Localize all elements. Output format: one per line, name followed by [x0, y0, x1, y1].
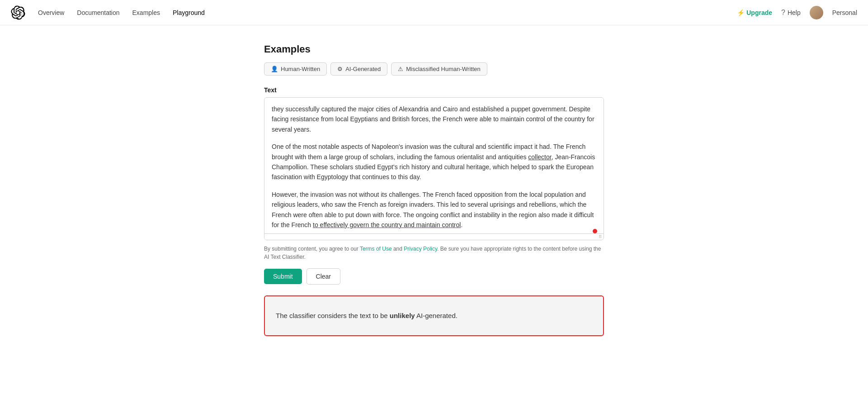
tab-human-written[interactable]: 👤 Human-Written: [264, 62, 327, 76]
navbar-right: ⚡ Upgrade ? Help Personal: [737, 6, 857, 19]
tab-ai-generated-label: AI-Generated: [345, 66, 381, 72]
help-circle-icon: ?: [781, 9, 785, 17]
tab-ai-generated[interactable]: ⚙ AI-Generated: [330, 62, 387, 76]
terms-of-use-link[interactable]: Terms of Use: [360, 246, 392, 252]
paragraph-1: they successfully captured the major cit…: [272, 104, 596, 134]
tab-misclassified-label: Misclassified Human-Written: [406, 66, 480, 72]
nav-overview[interactable]: Overview: [38, 9, 64, 16]
clear-button[interactable]: Clear: [307, 268, 340, 285]
person-icon: 👤: [271, 66, 278, 72]
result-emphasis: unlikely: [390, 312, 415, 319]
resize-handle[interactable]: ⠿: [264, 233, 604, 240]
nav-playground[interactable]: Playground: [173, 9, 205, 16]
section-title: Examples: [264, 43, 604, 55]
main-content: Examples 👤 Human-Written ⚙ AI-Generated …: [0, 25, 868, 354]
nav-examples[interactable]: Examples: [132, 9, 160, 16]
privacy-policy-link[interactable]: Privacy Policy: [404, 246, 437, 252]
text-area[interactable]: they successfully captured the major cit…: [264, 98, 604, 233]
underline-red-collector: collector,: [528, 153, 553, 161]
help-button[interactable]: ? Help: [781, 9, 801, 17]
result-text-after: AI-generated.: [415, 312, 458, 319]
text-container: they successfully captured the major cit…: [264, 97, 604, 240]
tab-misclassified[interactable]: ⚠ Misclassified Human-Written: [391, 62, 487, 76]
result-text-before: The classifier considers the text to be: [276, 312, 390, 319]
ai-icon: ⚙: [337, 66, 343, 72]
button-row: Submit Clear: [264, 268, 604, 285]
content-wrapper: Examples 👤 Human-Written ⚙ AI-Generated …: [253, 43, 615, 336]
nav-links: Overview Documentation Examples Playgrou…: [38, 9, 737, 16]
navbar: Overview Documentation Examples Playgrou…: [0, 0, 868, 25]
paragraph-2: One of the most notable aspects of Napol…: [272, 142, 596, 182]
red-dot-indicator: [593, 229, 597, 233]
avatar[interactable]: [810, 6, 823, 19]
upgrade-button[interactable]: ⚡ Upgrade: [737, 9, 772, 16]
help-label: Help: [788, 9, 801, 16]
personal-label[interactable]: Personal: [832, 9, 857, 16]
upgrade-label: Upgrade: [746, 9, 772, 16]
openai-logo[interactable]: [11, 5, 25, 20]
disclaimer: By submitting content, you agree to our …: [264, 245, 604, 261]
result-box: The classifier considers the text to be …: [264, 295, 604, 336]
paragraph-3: However, the invasion was not without it…: [272, 190, 596, 230]
underline-purple-govern: to effectively govern the country and ma…: [313, 221, 461, 228]
warning-icon: ⚠: [398, 66, 403, 72]
resize-icon: ⠿: [599, 234, 602, 239]
nav-documentation[interactable]: Documentation: [77, 9, 119, 16]
bolt-icon: ⚡: [737, 9, 745, 16]
submit-button[interactable]: Submit: [264, 269, 302, 284]
disclaimer-text-before: By submitting content, you agree to our: [264, 246, 360, 252]
text-label: Text: [264, 86, 604, 94]
avatar-image: [810, 6, 823, 19]
example-tabs: 👤 Human-Written ⚙ AI-Generated ⚠ Misclas…: [264, 62, 604, 76]
result-text: The classifier considers the text to be …: [276, 311, 458, 321]
disclaimer-text-middle: and: [392, 246, 404, 252]
tab-human-written-label: Human-Written: [281, 66, 320, 72]
